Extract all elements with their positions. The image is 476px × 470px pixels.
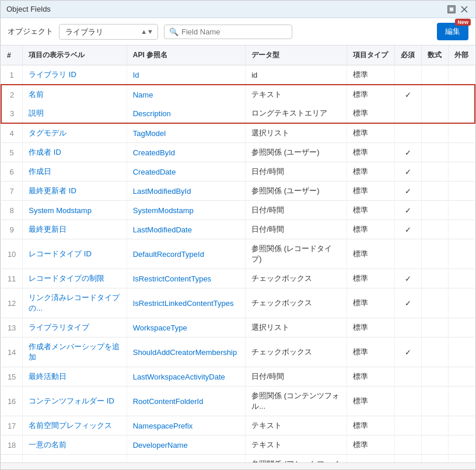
cell-external xyxy=(449,367,475,387)
cell-itemtype: 標準 xyxy=(346,288,395,318)
cell-formula xyxy=(422,416,449,436)
cell-label[interactable]: 最終更新日 xyxy=(23,220,127,239)
cell-external xyxy=(449,455,475,463)
title-bar-controls xyxy=(446,4,470,15)
cell-api[interactable]: WorkspaceImageId xyxy=(127,455,245,463)
cell-num: 10 xyxy=(1,239,23,269)
table-row[interactable]: 7 最終更新者 ID LastModifiedById 参照関係 (ユーザー) … xyxy=(1,182,475,201)
cell-datatype: チェックボックス xyxy=(246,288,346,318)
table-row[interactable]: 5 作成者 ID CreatedById 参照関係 (ユーザー) 標準 ✓ xyxy=(1,143,475,162)
cell-api[interactable]: DefaultRecordTypeId xyxy=(127,239,245,269)
col-header-external: 外部 xyxy=(449,46,475,65)
table-row[interactable]: 15 最終活動日 LastWorkspaceActivityDate 日付/時間… xyxy=(1,367,475,387)
cell-formula xyxy=(422,104,449,123)
horizontal-scrollbar[interactable] xyxy=(1,462,475,469)
cell-api[interactable]: NamespacePrefix xyxy=(127,416,245,436)
table-row[interactable]: 1 ライブラリ ID Id id 標準 xyxy=(1,65,475,85)
cell-external xyxy=(449,416,475,436)
search-input[interactable] xyxy=(181,27,287,36)
cell-label[interactable]: リンク済みレコードタイプの... xyxy=(23,288,127,318)
cell-label[interactable]: レコードタイプ ID xyxy=(23,239,127,269)
cell-datatype: ロングテキストエリア xyxy=(246,104,346,123)
cell-formula xyxy=(422,85,449,104)
cell-label[interactable]: コンテンツフォルダー ID xyxy=(23,387,127,416)
cell-api[interactable]: SystemModstamp xyxy=(127,201,245,220)
edit-button[interactable]: New 編集 xyxy=(437,23,468,40)
cell-label[interactable]: 名前空間プレフィックス xyxy=(23,416,127,436)
cell-api[interactable]: CreatedById xyxy=(127,143,245,162)
table-row[interactable]: 10 レコードタイプ ID DefaultRecordTypeId 参照関係 (… xyxy=(1,239,475,269)
col-header-itemtype: 項目タイプ xyxy=(346,46,395,65)
cell-required xyxy=(395,104,422,123)
cell-api[interactable]: DeveloperName xyxy=(127,436,245,455)
cell-label[interactable]: タグモデル xyxy=(23,123,127,143)
cell-api[interactable]: ShouldAddCreatorMembership xyxy=(127,337,245,367)
cell-num: 15 xyxy=(1,367,23,387)
col-header-api: API 参照名 xyxy=(127,46,245,65)
cell-itemtype: 標準 xyxy=(346,182,395,201)
cell-api[interactable]: Id xyxy=(127,65,245,85)
table-container[interactable]: # 項目の表示ラベル API 参照名 データ型 項目タイプ 必須 数式 外部 1… xyxy=(1,46,475,462)
object-select-wrapper: ライブラリ ▲▼ xyxy=(59,24,158,40)
cell-api[interactable]: LastModifiedById xyxy=(127,182,245,201)
maximize-button[interactable] xyxy=(446,4,457,15)
table-row[interactable]: 3 説明 Description ロングテキストエリア 標準 xyxy=(1,104,475,123)
cell-label[interactable]: 一意の名前 xyxy=(23,436,127,455)
table-row[interactable]: 4 タグモデル TagModel 選択リスト 標準 xyxy=(1,123,475,143)
cell-label[interactable]: 最終活動日 xyxy=(23,367,127,387)
title-bar: Object Fields xyxy=(1,1,475,18)
cell-label[interactable]: System Modstamp xyxy=(23,201,127,220)
cell-label[interactable]: 最終更新者 ID xyxy=(23,182,127,201)
table-row[interactable]: 12 リンク済みレコードタイプの... IsRestrictLinkedCont… xyxy=(1,288,475,318)
cell-formula xyxy=(422,269,449,288)
cell-api[interactable]: LastModifiedDate xyxy=(127,220,245,239)
cell-formula xyxy=(422,162,449,182)
cell-api[interactable]: IsRestrictContentTypes xyxy=(127,269,245,288)
cell-label[interactable]: 名前 xyxy=(23,85,127,104)
table-row[interactable]: 14 作成者メンバーシップを追加 ShouldAddCreatorMembers… xyxy=(1,337,475,367)
table-row[interactable]: 13 ライブラリタイプ WorkspaceType 選択リスト 標準 xyxy=(1,318,475,337)
cell-required xyxy=(395,318,422,337)
cell-api[interactable]: WorkspaceType xyxy=(127,318,245,337)
window-title: Object Fields xyxy=(6,5,51,13)
cell-label[interactable]: ライブラリ ID xyxy=(23,65,127,85)
cell-num: 12 xyxy=(1,288,23,318)
cell-external xyxy=(449,85,475,104)
table-row[interactable]: 18 一意の名前 DeveloperName テキスト 標準 xyxy=(1,436,475,455)
object-select[interactable]: ライブラリ xyxy=(59,24,158,40)
cell-api[interactable]: Description xyxy=(127,104,245,123)
cell-label[interactable]: 作成者 ID xyxy=(23,143,127,162)
cell-label[interactable]: アセットファイル ID xyxy=(23,455,127,463)
cell-itemtype: 標準 xyxy=(346,201,395,220)
cell-num: 11 xyxy=(1,269,23,288)
cell-api[interactable]: IsRestrictLinkedContentTypes xyxy=(127,288,245,318)
cell-label[interactable]: ライブラリタイプ xyxy=(23,318,127,337)
search-icon: 🔍 xyxy=(169,27,178,36)
cell-label[interactable]: 作成日 xyxy=(23,162,127,182)
cell-label[interactable]: 作成者メンバーシップを追加 xyxy=(23,337,127,367)
table-row[interactable]: 17 名前空間プレフィックス NamespacePrefix テキスト 標準 xyxy=(1,416,475,436)
close-button[interactable] xyxy=(459,4,470,15)
col-header-label: 項目の表示ラベル xyxy=(23,46,127,65)
table-row[interactable]: 8 System Modstamp SystemModstamp 日付/時間 標… xyxy=(1,201,475,220)
cell-api[interactable]: RootContentFolderId xyxy=(127,387,245,416)
cell-label[interactable]: 説明 xyxy=(23,104,127,123)
table-row[interactable]: 11 レコードタイプの制限 IsRestrictContentTypes チェッ… xyxy=(1,269,475,288)
table-row[interactable]: 6 作成日 CreatedDate 日付/時間 標準 ✓ xyxy=(1,162,475,182)
table-row[interactable]: 2 名前 Name テキスト 標準 ✓ xyxy=(1,85,475,104)
cell-api[interactable]: LastWorkspaceActivityDate xyxy=(127,367,245,387)
cell-required xyxy=(395,455,422,463)
table-row[interactable]: 19 アセットファイル ID WorkspaceImageId 参照関係 (アセ… xyxy=(1,455,475,463)
object-fields-window: Object Fields オブジェクト ライブラリ ▲▼ xyxy=(0,0,476,470)
table-row[interactable]: 16 コンテンツフォルダー ID RootContentFolderId 参照関… xyxy=(1,387,475,416)
cell-api[interactable]: Name xyxy=(127,85,245,104)
cell-label[interactable]: レコードタイプの制限 xyxy=(23,269,127,288)
cell-external xyxy=(449,201,475,220)
new-badge: New xyxy=(455,19,471,26)
cell-api[interactable]: CreatedDate xyxy=(127,162,245,182)
cell-datatype: 参照関係 (コンテンツフォル... xyxy=(246,387,346,416)
cell-formula xyxy=(422,201,449,220)
table-row[interactable]: 9 最終更新日 LastModifiedDate 日付/時間 標準 ✓ xyxy=(1,220,475,239)
cell-required: ✓ xyxy=(395,288,422,318)
cell-api[interactable]: TagModel xyxy=(127,123,245,143)
